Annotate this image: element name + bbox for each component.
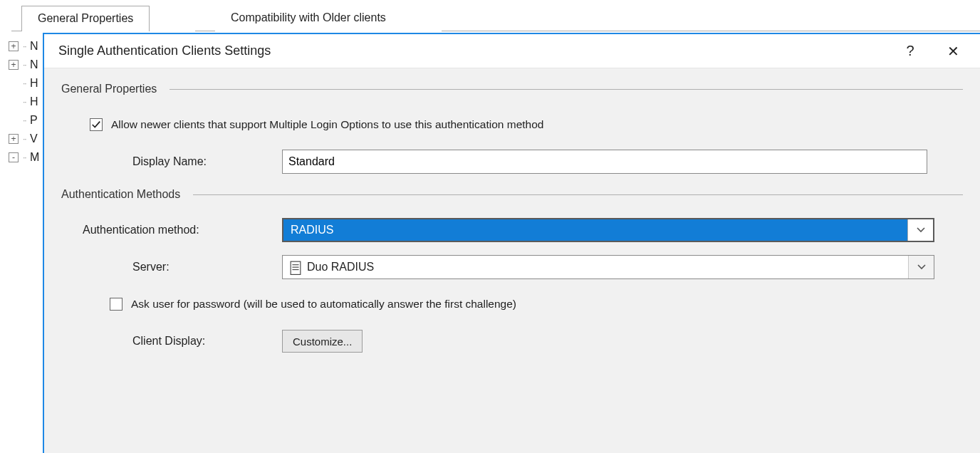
check-icon (91, 120, 101, 130)
row-server: Server: Duo RADIUS (61, 255, 963, 279)
tab-compat-older-clients[interactable]: Compatibility with Older clients (215, 6, 402, 31)
row-display-name: Display Name: (61, 150, 963, 174)
allow-newer-clients-label: Allow newer clients that support Multipl… (111, 118, 543, 131)
ask-password-label: Ask user for password (will be used to a… (131, 298, 516, 311)
collapse-icon[interactable]: - (9, 152, 19, 162)
tab-bar: General Properties Compatibility with Ol… (11, 0, 980, 31)
dialog-single-auth-clients-settings: Single Authentication Clients Settings ?… (43, 33, 980, 453)
client-display-label: Client Display: (61, 335, 282, 348)
tree-item[interactable]: + ·· N (9, 56, 43, 74)
group-heading: Authentication Methods (61, 188, 180, 201)
server-label: Server: (61, 261, 282, 274)
row-ask-password: Ask user for password (will be used to a… (61, 292, 963, 316)
tree-item-label: H (30, 77, 43, 90)
allow-newer-clients-checkbox[interactable] (90, 118, 103, 131)
display-name-label: Display Name: (61, 155, 282, 168)
auth-method-select[interactable]: RADIUS (282, 218, 934, 242)
server-value: Duo RADIUS (307, 261, 374, 274)
tree-item[interactable]: ·· H (9, 93, 43, 111)
auth-method-value: RADIUS (283, 219, 907, 241)
server-select[interactable]: Duo RADIUS (282, 255, 934, 279)
row-auth-method: Authentication method: RADIUS (61, 218, 963, 242)
expand-icon[interactable]: + (9, 60, 19, 70)
close-button[interactable]: ✕ (932, 36, 974, 66)
tab-general-properties[interactable]: General Properties (21, 6, 150, 31)
auth-method-label: Authentication method: (61, 224, 282, 236)
group-general-properties: General Properties Allow newer clients t… (61, 83, 963, 174)
tree-item-label: V (30, 132, 43, 145)
tree-item-label: N (30, 40, 43, 53)
expand-icon[interactable]: + (9, 41, 19, 51)
row-allow-newer-clients: Allow newer clients that support Multipl… (61, 113, 963, 137)
tree-item[interactable]: + ·· N (9, 37, 43, 56)
chevron-down-icon[interactable] (907, 219, 933, 241)
document-icon (290, 261, 301, 274)
ask-password-checkbox[interactable] (110, 298, 123, 311)
group-heading: General Properties (61, 83, 157, 95)
tree-view: + ·· N + ·· N ·· H ·· H ·· P + ·· V (9, 37, 43, 167)
tree-item[interactable]: + ·· V (9, 130, 43, 148)
help-button[interactable]: ? (889, 36, 932, 66)
customize-button[interactable]: Customize... (282, 330, 363, 353)
expand-icon[interactable]: + (9, 134, 19, 144)
dialog-title: Single Authentication Clients Settings (58, 43, 889, 58)
row-client-display: Client Display: Customize... (61, 329, 963, 353)
tree-item-label: P (30, 114, 43, 127)
group-authentication-methods: Authentication Methods Authentication me… (61, 188, 963, 353)
display-name-input[interactable] (282, 150, 927, 174)
tree-item[interactable]: - ·· M (9, 148, 43, 167)
tree-item-label: H (30, 95, 43, 108)
chevron-down-icon[interactable] (908, 256, 934, 278)
tree-item[interactable]: ·· P (9, 111, 43, 130)
titlebar: Single Authentication Clients Settings ?… (44, 34, 980, 68)
tree-item[interactable]: ·· H (9, 74, 43, 93)
svg-rect-0 (291, 261, 301, 274)
tree-item-label: M (30, 151, 43, 164)
tree-item-label: N (30, 58, 43, 71)
